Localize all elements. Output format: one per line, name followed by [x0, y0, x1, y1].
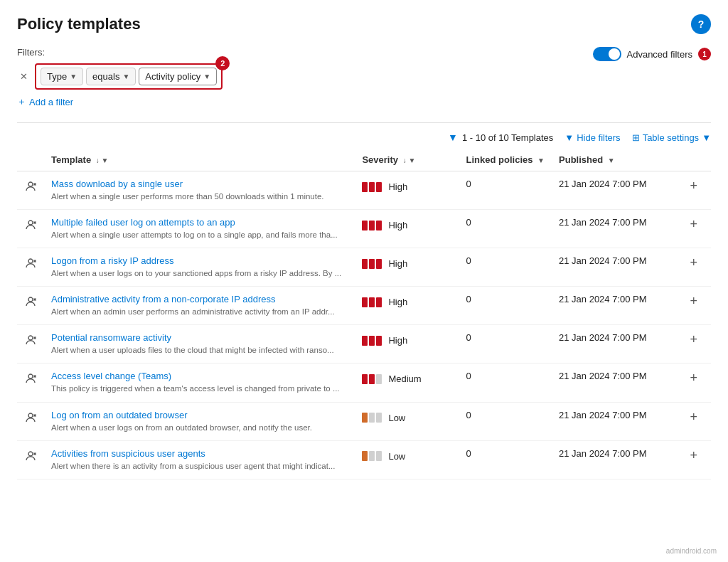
published-cell: 21 Jan 2024 7:00 PM [552, 364, 676, 402]
add-policy-button[interactable]: + [690, 294, 697, 308]
divider [17, 122, 711, 123]
template-name[interactable]: Administrative activity from a non-corpo… [51, 294, 348, 304]
sort-icon: ↓ ▼ [403, 157, 416, 164]
template-description: This policy is triggered when a team's a… [51, 383, 348, 394]
template-column-header[interactable]: Template ↓ ▼ [44, 149, 355, 171]
add-policy-button[interactable]: + [690, 410, 697, 424]
filter-type-dropdown[interactable]: Type ▼ [41, 68, 83, 85]
action-cell: + [676, 325, 711, 364]
table-container: Template ↓ ▼ Severity ↓ ▼ Linked policie… [17, 149, 711, 548]
row-icon [17, 287, 44, 325]
row-icon [17, 248, 44, 287]
table-row: Mass download by a single user Alert whe… [17, 171, 711, 210]
add-policy-button[interactable]: + [690, 332, 697, 346]
table-header-row: Template ↓ ▼ Severity ↓ ▼ Linked policie… [17, 149, 711, 171]
filter-value-dropdown[interactable]: Activity policy ▼ [139, 68, 217, 85]
template-name[interactable]: Activities from suspicious user agents [51, 448, 348, 459]
published-date: 21 Jan 2024 7:00 PM [559, 371, 647, 381]
severity-bars [362, 259, 382, 269]
severity-cell: High [355, 210, 459, 248]
severity-bars [362, 413, 382, 423]
add-filter-button[interactable]: ＋ Add a filter [17, 95, 223, 108]
row-icon [17, 325, 44, 364]
watermark: admindroid.com [666, 547, 717, 555]
advanced-filters-badge: 1 [698, 48, 711, 60]
filter-equals-dropdown[interactable]: equals ▼ [86, 68, 136, 85]
add-policy-button[interactable]: + [690, 179, 697, 193]
published-cell: 21 Jan 2024 7:00 PM [552, 287, 676, 325]
severity-cell: High [355, 171, 459, 210]
help-icon[interactable]: ? [691, 14, 711, 34]
published-cell: 21 Jan 2024 7:00 PM [552, 402, 676, 440]
chevron-down-icon: ▼ [203, 73, 210, 80]
template-cell: Potential ransomware activity Alert when… [44, 325, 355, 364]
filter-count-badge: 2 [215, 56, 230, 70]
svg-point-18 [28, 413, 33, 418]
advanced-filters-toggle[interactable] [593, 47, 621, 61]
filter-equals-label: equals [92, 71, 119, 82]
table-row: Log on from an outdated browser Alert wh… [17, 402, 711, 440]
severity-label: High [388, 220, 407, 230]
hide-filters-button[interactable]: ▼ Hide filters [564, 132, 620, 143]
linked-count: 0 [466, 448, 471, 459]
published-cell: 21 Jan 2024 7:00 PM [552, 440, 676, 479]
linked-cell: 0 [459, 287, 552, 325]
severity-label: High [388, 297, 407, 307]
action-column-header [676, 149, 711, 171]
policy-templates-table: Template ↓ ▼ Severity ↓ ▼ Linked policie… [17, 149, 711, 479]
linked-cell: 0 [459, 364, 552, 402]
published-date: 21 Jan 2024 7:00 PM [559, 410, 647, 420]
severity-label: Low [388, 413, 405, 423]
linked-column-header[interactable]: Linked policies ▼ [459, 149, 552, 171]
severity-bars [362, 451, 382, 461]
table-row: Activities from suspicious user agents A… [17, 440, 711, 479]
sort-icon: ↓ ▼ [96, 157, 109, 164]
published-column-header[interactable]: Published ▼ [552, 149, 676, 171]
template-name[interactable]: Multiple failed user log on attempts to … [51, 217, 348, 228]
add-policy-button[interactable]: + [690, 448, 697, 462]
add-policy-button[interactable]: + [690, 255, 697, 270]
svg-point-12 [28, 336, 33, 340]
icon-header [17, 149, 44, 171]
template-name[interactable]: Logon from a risky IP address [51, 255, 348, 266]
linked-count: 0 [466, 410, 471, 420]
hide-filters-label: Hide filters [577, 132, 620, 143]
svg-point-9 [28, 297, 33, 302]
add-policy-button[interactable]: + [690, 371, 697, 385]
advanced-filters-area: Advanced filters 1 [593, 47, 712, 61]
template-name[interactable]: Mass download by a single user [51, 179, 348, 189]
row-icon [17, 440, 44, 479]
result-count: ▼ 1 - 10 of 10 Templates [448, 132, 553, 143]
published-date: 21 Jan 2024 7:00 PM [559, 332, 647, 343]
filter-box: 2 Type ▼ equals ▼ Activity policy ▼ [35, 63, 223, 90]
severity-bars [362, 374, 382, 384]
published-cell: 21 Jan 2024 7:00 PM [552, 325, 676, 364]
table-row: Potential ransomware activity Alert when… [17, 325, 711, 364]
filter-close-button[interactable]: ✕ [17, 70, 31, 83]
published-date: 21 Jan 2024 7:00 PM [559, 255, 647, 266]
template-description: Alert when there is an activity from a s… [51, 460, 348, 472]
template-name[interactable]: Potential ransomware activity [51, 332, 348, 343]
svg-point-6 [28, 259, 33, 263]
svg-point-0 [28, 182, 33, 186]
svg-point-15 [28, 374, 33, 378]
template-cell: Access level change (Teams) This policy … [44, 364, 355, 402]
linked-count: 0 [466, 217, 471, 228]
published-cell: 21 Jan 2024 7:00 PM [552, 210, 676, 248]
template-description: Alert when an admin user performs an adm… [51, 306, 348, 317]
linked-count: 0 [466, 332, 471, 343]
template-name[interactable]: Log on from an outdated browser [51, 410, 348, 420]
table-settings-button[interactable]: ⊞ Table settings ▼ [632, 132, 711, 143]
severity-column-header[interactable]: Severity ↓ ▼ [355, 149, 459, 171]
template-cell: Log on from an outdated browser Alert wh… [44, 402, 355, 440]
add-policy-button[interactable]: + [690, 217, 697, 231]
table-row: Logon from a risky IP address Alert when… [17, 248, 711, 287]
table-settings-label: Table settings [643, 132, 700, 143]
linked-cell: 0 [459, 248, 552, 287]
template-name[interactable]: Access level change (Teams) [51, 371, 348, 381]
table-row: Multiple failed user log on attempts to … [17, 210, 711, 248]
action-cell: + [676, 440, 711, 479]
svg-point-3 [28, 221, 33, 225]
published-date: 21 Jan 2024 7:00 PM [559, 179, 647, 189]
sort-icon: ▼ [537, 157, 545, 164]
